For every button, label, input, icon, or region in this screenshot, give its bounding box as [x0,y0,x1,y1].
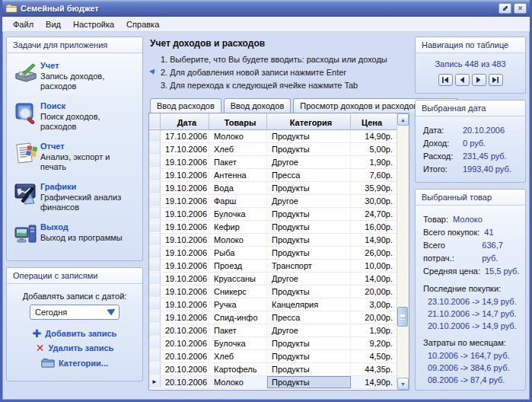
table-row[interactable]: 19.10.2006Спид-инфоПресса20,00р. [149,311,397,324]
cell-item[interactable]: Пакет [209,156,267,168]
cell-item[interactable]: Кефир [209,221,267,233]
cell-category[interactable]: Продукты [267,208,351,220]
table-row[interactable]: 19.10.2006БулочкаПродукты24,70р. [149,208,397,221]
cell-item[interactable]: Сникерс [209,286,267,298]
column-header-date[interactable]: Дата [161,113,209,129]
close-button[interactable]: ✕ [514,3,527,14]
cell-date[interactable]: 17.10.2006 [161,130,209,142]
cell-category[interactable]: Другое [267,195,351,207]
cell-category[interactable]: Продукты [267,234,351,246]
table-row[interactable]: 20.10.2006ПакетДругое1,90р. [149,324,397,337]
table-row[interactable]: 19.10.2006КруассаныДругое14,00р. [149,273,397,286]
cell-date[interactable]: 17.10.2006 [161,143,209,155]
column-header-category[interactable]: Категория [267,113,351,129]
scroll-down-icon[interactable]: ▼ [397,378,409,390]
cell-price[interactable]: 16,00р. [351,221,397,233]
cell-date[interactable]: 19.10.2006 [161,298,209,311]
cell-date[interactable]: 20.10.2006 [161,376,209,388]
cell-category[interactable]: Продукты [267,337,351,349]
menu-item-2[interactable]: Вид [40,18,67,30]
cell-date[interactable]: 19.10.2006 [161,221,209,233]
cell-item[interactable]: Вода [209,182,267,194]
task-link-3[interactable]: Отчет [40,142,65,151]
table-row[interactable]: 20.10.2006БулочкаПродукты9,20р. [149,337,397,350]
cell-date[interactable]: 19.10.2006 [161,169,209,181]
table-row[interactable]: 20.10.2006КартофельПродукты44,35р. [149,363,397,376]
scrollbar-thumb[interactable] [397,307,408,327]
cell-category[interactable]: Другое [267,273,351,285]
cell-item[interactable]: Молоко [209,376,267,388]
menu-item-1[interactable]: Файл [7,18,40,30]
task-link-1[interactable]: Учет [40,61,59,70]
cell-item[interactable]: Спид-инфо [209,311,267,324]
table-row[interactable]: 19.10.2006ПроездТранспорт10,00р. [149,260,397,273]
action-add-record[interactable]: ✚Добавить запись [13,329,136,338]
cell-item[interactable]: Хлеб [209,350,267,362]
cell-date[interactable]: 19.10.2006 [161,273,209,285]
scroll-up-icon[interactable]: ▲ [397,113,409,126]
cell-price[interactable]: 14,90р. [351,234,397,246]
cell-item[interactable]: Круассаны [209,273,267,285]
table-row[interactable]: 19.10.2006СникерсПродукты20,00р. [149,286,397,298]
cell-category[interactable]: Продукты [267,363,351,375]
cell-date[interactable]: 20.10.2006 [161,324,209,337]
cell-price[interactable]: 5,00р. [351,143,397,155]
table-row[interactable]: 19.10.2006МолокоПродукты14,90р. [149,234,397,247]
cell-price[interactable]: 20,00р. [351,311,397,324]
cell-price[interactable]: 44,35р. [351,363,397,375]
cell-price[interactable]: 14,00р. [351,273,397,285]
table-row[interactable]: 19.10.2006ПакетДругое1,90р. [149,156,397,169]
table-row[interactable]: ►20.10.2006МолокоПродукты14,90р. [149,376,397,389]
first-record-button[interactable] [438,74,453,86]
cell-category[interactable]: Транспорт [267,260,351,272]
cell-category[interactable]: Другое [267,324,351,337]
table-row[interactable]: 19.10.2006ВодаПродукты35,90р. [149,182,397,195]
action-categories[interactable]: Категории... [13,358,136,368]
cell-category[interactable]: Продукты [267,143,351,155]
cell-category[interactable]: Другое [267,156,351,168]
cell-price[interactable]: 20,00р. [351,286,397,298]
column-header-price[interactable]: Цена [351,113,397,129]
task-link-4[interactable]: Графики [40,182,76,191]
cell-price[interactable]: 7,60р. [351,169,397,181]
cell-price[interactable]: 9,20р. [351,337,397,349]
cell-date[interactable]: 19.10.2006 [161,195,209,207]
cell-category[interactable]: Продукты [267,247,351,259]
cell-category[interactable]: Продукты [267,286,351,298]
previous-record-button[interactable] [455,74,470,86]
cell-price[interactable]: 24,70р. [351,208,397,220]
cell-date[interactable]: 19.10.2006 [161,234,209,246]
table-row[interactable]: 20.10.2006ХлебПродукты4,50р. [149,350,397,363]
cell-price[interactable]: 4,50р. [351,350,397,362]
cell-price[interactable]: 35,90р. [351,182,397,194]
last-record-button[interactable] [489,74,503,86]
task-link-2[interactable]: Поиск [40,101,65,110]
cell-date[interactable]: 19.10.2006 [161,311,209,324]
cell-item[interactable]: Булочка [209,208,267,220]
cell-item[interactable]: Рыба [209,247,267,259]
cell-price[interactable]: 1,90р. [351,156,397,168]
table-scrollbar[interactable]: ▲ ▼ [397,113,409,390]
scrollbar-track[interactable] [397,126,409,378]
cell-category[interactable]: Канцелярия [267,298,351,311]
action-delete-record[interactable]: ✕Удалить запись [13,343,136,353]
table-row[interactable]: 19.10.2006КефирПродукты16,00р. [149,221,397,234]
menu-item-3[interactable]: Настройка [67,18,120,30]
next-record-button[interactable] [472,74,486,86]
table-row[interactable]: 19.10.2006РучкаКанцелярия3,00р. [149,298,397,311]
cell-category[interactable]: Продукты [267,130,351,142]
cell-date[interactable]: 19.10.2006 [161,286,209,298]
cell-date[interactable]: 20.10.2006 [161,363,209,375]
cell-date[interactable]: 19.10.2006 [161,247,209,259]
task-link-5[interactable]: Выход [40,222,68,231]
cell-price[interactable]: 14,90р. [351,376,397,388]
table-row[interactable]: 19.10.2006ФаршДругое30,00р. [149,195,397,208]
column-header-item[interactable]: Товары [209,113,267,129]
cell-item[interactable]: Хлеб [209,143,267,155]
tab-income-entry[interactable]: Ввод доходов [224,98,291,113]
cell-price[interactable]: 14,90р. [351,130,397,142]
collapse-button[interactable] [499,3,511,14]
cell-price[interactable]: 26,00р. [351,247,397,259]
cell-item[interactable]: Булочка [209,337,267,349]
cell-item[interactable]: Молоко [209,130,267,142]
